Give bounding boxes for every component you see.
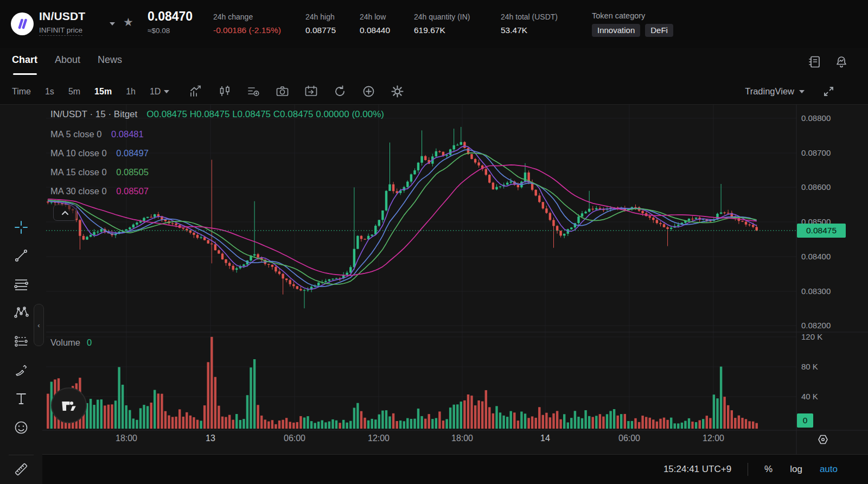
status-bar: 15:24:41 UTC+9 %logauto bbox=[42, 454, 868, 484]
clock[interactable]: 15:24:41 UTC+9 bbox=[663, 464, 731, 475]
interval-5m[interactable]: 5m bbox=[68, 87, 80, 97]
tab-bar: ChartAboutNews bbox=[0, 48, 868, 79]
legend-collapse-button[interactable] bbox=[53, 205, 77, 221]
stat-value: 0.08440 bbox=[360, 26, 390, 35]
scale-auto[interactable]: auto bbox=[820, 464, 838, 475]
time-tick: 06:00 bbox=[618, 434, 640, 443]
chart-style-icon[interactable] bbox=[189, 84, 203, 99]
statusbar-divider bbox=[748, 463, 748, 476]
stat-label: 24h high bbox=[305, 12, 335, 21]
stat-label: 24h change bbox=[213, 12, 253, 21]
fib-lines-tool-icon[interactable] bbox=[13, 276, 29, 292]
last-price: 0.08470 bbox=[148, 9, 193, 24]
interval-time[interactable]: Time bbox=[12, 87, 31, 97]
tradingview-attribution[interactable]: TradingView bbox=[745, 86, 805, 97]
volume-tick: 80 K bbox=[801, 361, 818, 372]
pair-subtitle[interactable]: INFINIT price bbox=[39, 26, 82, 36]
infinit-logo-icon bbox=[11, 12, 34, 35]
forecast-tool-icon[interactable] bbox=[13, 333, 29, 349]
ma-value: 0.08507 bbox=[116, 186, 149, 196]
provider-caret-icon bbox=[799, 90, 805, 93]
time-tick: 18:00 bbox=[116, 434, 137, 443]
time-tick: 12:00 bbox=[368, 434, 390, 443]
stat-label: 24h low bbox=[360, 12, 386, 21]
replay-icon[interactable] bbox=[333, 84, 347, 99]
rail-divider bbox=[9, 455, 34, 455]
interval-15m[interactable]: 15m bbox=[94, 87, 112, 97]
price-alert-bell-icon[interactable] bbox=[834, 55, 848, 69]
price-tick: 0.08700 bbox=[801, 148, 831, 158]
drawing-toolbar bbox=[0, 104, 42, 484]
chart-legend: IN/USDT · 15 · Bitget O0.08475 H0.08475 … bbox=[50, 109, 384, 120]
time-tick: 18:00 bbox=[451, 434, 473, 443]
ma-legend-row: MA 5 close 0 0.08481 bbox=[50, 129, 144, 139]
stat-label: 24h total (USDT) bbox=[501, 12, 558, 21]
interval-more-caret-icon[interactable] bbox=[164, 90, 169, 93]
crosshair-tool-icon[interactable] bbox=[13, 219, 29, 235]
time-tick: 12:00 bbox=[703, 434, 724, 443]
axis-settings-hexagon-icon[interactable] bbox=[816, 432, 830, 449]
stat-label: 24h quantity (IN) bbox=[414, 12, 470, 21]
token-category-badge: DeFi bbox=[645, 24, 673, 37]
time-tick: 13 bbox=[206, 434, 215, 443]
volume-zero-badge: 0 bbox=[797, 413, 813, 428]
legend-ohlc-values: O0.08475 H0.08475 L0.08475 C0.08475 0.00… bbox=[146, 109, 384, 120]
token-logo bbox=[11, 12, 34, 35]
price-tick: 0.08200 bbox=[801, 320, 831, 331]
time-tick: 14 bbox=[540, 434, 550, 443]
pattern-xabcd-tool-icon[interactable] bbox=[13, 304, 29, 321]
tradingview-watermark bbox=[51, 387, 87, 423]
stat-value: 53.47K bbox=[501, 26, 527, 35]
tab-news[interactable]: News bbox=[98, 54, 122, 71]
date-range-icon[interactable] bbox=[304, 84, 318, 99]
scale-log[interactable]: log bbox=[790, 464, 802, 475]
brush-tool-icon[interactable] bbox=[13, 362, 29, 378]
tab-chart[interactable]: Chart bbox=[12, 54, 37, 71]
interval-1d[interactable]: 1D bbox=[150, 87, 161, 97]
ma-label: MA 30 close 0 bbox=[50, 186, 107, 196]
ma-label: MA 5 close 0 bbox=[50, 129, 101, 139]
ma-legend-row: MA 30 close 0 0.08507 bbox=[50, 186, 149, 196]
ma-label: MA 10 close 0 bbox=[50, 148, 107, 158]
token-category-badges: InnovationDeFi bbox=[592, 24, 673, 37]
emoji-tool-icon[interactable] bbox=[13, 419, 29, 436]
price-tick: 0.08300 bbox=[801, 286, 831, 297]
interval-1h[interactable]: 1h bbox=[126, 87, 136, 97]
indicators-icon[interactable] bbox=[246, 84, 261, 99]
price-tick: 0.08600 bbox=[801, 182, 831, 193]
usd-price: ≈$0.08 bbox=[148, 27, 170, 35]
token-category-badge: Innovation bbox=[592, 24, 640, 37]
ma-value: 0.08481 bbox=[111, 129, 144, 139]
last-price-badge: 0.08475 bbox=[797, 224, 846, 238]
measure-ruler-tool-icon[interactable] bbox=[13, 461, 29, 477]
ma-legend-row: MA 15 close 0 0.08505 bbox=[50, 167, 149, 177]
rail-collapse-handle[interactable]: ‹ bbox=[34, 304, 44, 346]
pair-dropdown-caret-icon[interactable] bbox=[110, 22, 115, 26]
stat-value: -0.00186 (-2.15%) bbox=[213, 26, 281, 35]
chart-settings-gear-icon[interactable] bbox=[390, 84, 405, 99]
volume-legend: Volume0 bbox=[50, 337, 92, 348]
interval-1s[interactable]: 1s bbox=[45, 87, 54, 97]
tab-about[interactable]: About bbox=[55, 54, 80, 71]
volume-label: Volume bbox=[50, 337, 80, 347]
orderbook-journal-icon[interactable] bbox=[807, 55, 821, 69]
ma-legend-row: MA 10 close 0 0.08497 bbox=[50, 148, 149, 158]
scale-percent[interactable]: % bbox=[764, 464, 773, 475]
volume-tick: 120 K bbox=[801, 332, 822, 342]
text-tool-icon[interactable] bbox=[13, 391, 29, 407]
favorite-star-icon[interactable]: ★ bbox=[123, 16, 133, 29]
compare-add-icon[interactable] bbox=[361, 84, 376, 99]
trading-page: IN/USDT INFINIT price ★ 0.08470 ≈$0.08 2… bbox=[0, 0, 868, 484]
token-category-label: Token category bbox=[592, 11, 645, 20]
trend-line-tool-icon[interactable] bbox=[13, 247, 29, 264]
provider-label: TradingView bbox=[745, 86, 794, 97]
snapshot-camera-icon[interactable] bbox=[275, 84, 290, 99]
candle-type-icon[interactable] bbox=[218, 84, 232, 99]
fullscreen-icon[interactable] bbox=[822, 85, 835, 98]
scale-controls: %logauto bbox=[764, 464, 838, 475]
interval-buttons: Time1s5m15m1h1D bbox=[12, 87, 161, 97]
header: IN/USDT INFINIT price ★ 0.08470 ≈$0.08 2… bbox=[0, 0, 868, 48]
time-tick: 06:00 bbox=[284, 434, 305, 443]
ma-value: 0.08505 bbox=[116, 167, 149, 177]
chart-toolbar: Time1s5m15m1h1D bbox=[0, 79, 868, 105]
